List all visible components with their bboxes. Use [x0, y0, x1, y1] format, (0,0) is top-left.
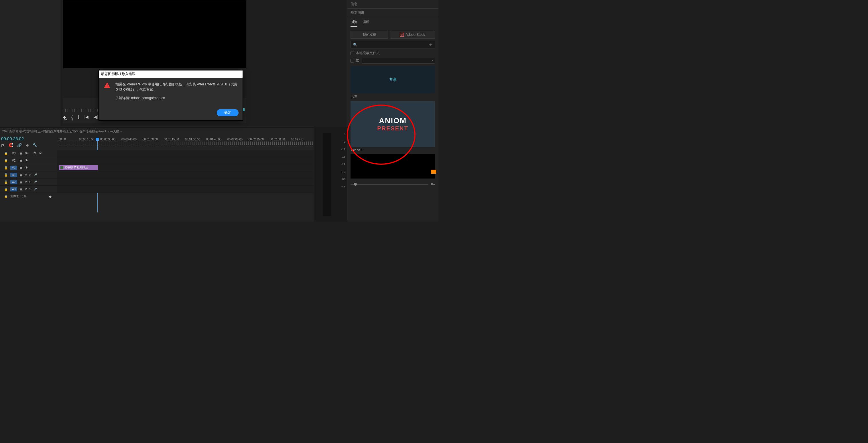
svg-rect-1 — [107, 87, 107, 87]
dialog-title: 动态图形模板导入错误 — [99, 70, 243, 78]
my-templates-button[interactable]: 我的模板 — [350, 31, 388, 39]
voice-record-icon[interactable]: 🎤 — [33, 188, 37, 191]
audio-meters[interactable]: 0 -6 -12 -18 -24 -30 -36 -42 — [314, 127, 347, 222]
skip-icon[interactable]: ⏭ — [49, 194, 53, 199]
meter-scale: 0 -6 -12 -18 -24 -30 -36 -42 — [341, 133, 345, 193]
track-a2[interactable]: 🔒A2▣MS🎤 — [0, 179, 314, 186]
meter-bars — [323, 133, 331, 216]
template-thumb-empty[interactable] — [350, 154, 435, 179]
solo-icon[interactable]: S — [30, 173, 31, 177]
local-folder-checkbox[interactable] — [350, 52, 354, 55]
solo-icon[interactable]: S — [30, 188, 31, 191]
fx-badge-icon — [60, 166, 63, 169]
lock-icon[interactable]: 🔒 — [4, 195, 7, 198]
eye-icon[interactable]: 👁 — [25, 166, 28, 170]
video-clip[interactable]: 2020新茶西湖牌龙 — [59, 165, 98, 170]
snap-icon[interactable]: 🧲 — [8, 143, 13, 147]
svg-rect-0 — [107, 84, 107, 86]
scene1-label: Scene 1 — [351, 148, 435, 152]
library-label: 库 — [356, 58, 359, 63]
error-dialog: 动态图形模板导入错误 如需在 Premiere Pro 中使用此动态图形模板，请… — [98, 70, 243, 121]
settings-icon[interactable]: 🔧 — [33, 143, 37, 147]
mute-icon[interactable]: M — [25, 173, 27, 177]
track-a3[interactable]: 🔒A3▣MS🎤 — [0, 186, 314, 193]
aniom-title-text: ANIOM — [379, 116, 407, 125]
voice-record-icon[interactable]: 🎤 — [33, 173, 37, 177]
search-input[interactable]: 🔍 ★ — [350, 41, 435, 49]
library-checkbox[interactable] — [350, 59, 354, 62]
track-output-icon[interactable]: ▣ — [20, 180, 22, 184]
template-thumb-share[interactable]: 共享 — [350, 66, 435, 93]
mark-out-icon[interactable]: } — [78, 115, 79, 119]
track-output-icon[interactable]: ▣ — [20, 152, 22, 155]
track-output-icon[interactable]: ▣ — [20, 173, 22, 177]
sequence-title[interactable]: 2020新茶西湖牌龙井茶叶正宗雨前西湖龙井茶工艺250g春茶绿茶散装-tmall… — [0, 127, 314, 135]
go-to-in-icon[interactable]: |◀ — [84, 115, 89, 119]
nest-icon[interactable]: ⬔ — [1, 143, 5, 147]
overwrite-icon[interactable]: ⬇ — [70, 117, 74, 121]
lock-icon[interactable]: 🔒 — [4, 180, 8, 184]
master-track[interactable]: 🔒 主声道 0.0 ⏭ — [0, 193, 314, 200]
dialog-message: 如需在 Premiere Pro 中使用此动态图形模板，请安装 After Ef… — [116, 82, 238, 104]
track-output-icon[interactable]: ▣ — [20, 187, 22, 191]
step-back-icon[interactable]: ◀| — [94, 115, 98, 119]
tab-browse[interactable]: 浏览 — [350, 20, 358, 27]
right-panel: 信息 基本图形 浏览 编辑 我的模板 St Adobe Stock 🔍 ★ 本地… — [347, 0, 438, 222]
stock-icon: St — [400, 33, 404, 37]
track-v2[interactable]: 🔒V2▣👁 — [0, 157, 314, 164]
lock-icon[interactable]: 🔒 — [4, 166, 8, 170]
ok-button[interactable]: 确定 — [217, 109, 239, 116]
track-v1[interactable]: 🔒V1▣👁 2020新茶西湖牌龙 — [0, 164, 314, 171]
timeline-timecode[interactable]: 00:00:26:02 — [1, 136, 24, 141]
track-a1[interactable]: 🔒A1▣MS🎤 — [0, 171, 314, 179]
mute-icon[interactable]: M — [25, 180, 27, 184]
voice-record-icon[interactable]: 🎤 — [33, 180, 37, 184]
effects-panel-collapsed — [0, 0, 60, 126]
lock-icon[interactable]: 🔒 — [4, 187, 8, 191]
aniom-subtitle-text: PRESENT — [377, 125, 408, 132]
solo-icon[interactable]: S — [30, 180, 31, 184]
program-monitor[interactable] — [63, 0, 246, 69]
lock-icon[interactable]: 🔒 — [4, 173, 8, 177]
warning-icon — [103, 82, 111, 89]
local-folder-label: 本地模板文件夹 — [356, 51, 380, 56]
info-panel-tab[interactable]: 信息 — [347, 0, 438, 8]
lock-icon[interactable]: 🔒 — [4, 152, 8, 155]
marker-tool-icon[interactable]: ◆ — [26, 143, 29, 147]
linked-selection-icon[interactable]: 🔗 — [17, 143, 22, 147]
adobe-stock-button[interactable]: St Adobe Stock — [390, 31, 435, 39]
essential-graphics-panel-tab[interactable]: 基本图形 — [347, 8, 438, 17]
track-output-icon[interactable]: ▣ — [20, 159, 22, 163]
tab-edit[interactable]: 编辑 — [363, 20, 369, 27]
mogrt-badge-icon — [431, 170, 436, 174]
thumbnail-size-slider[interactable] — [350, 184, 428, 184]
sort-menu-icon[interactable]: ≡▾ — [431, 182, 435, 186]
lock-icon[interactable]: 🔒 — [4, 159, 8, 163]
share-group-label: 共享 — [351, 94, 435, 99]
eye-icon[interactable]: 👁 — [25, 151, 28, 155]
favorite-icon[interactable]: ★ — [429, 42, 432, 47]
mute-icon[interactable]: M — [25, 188, 27, 191]
insert-icon[interactable]: ⇥ — [64, 117, 68, 121]
template-thumb-scene1[interactable]: ANIOM PRESENT — [350, 101, 435, 147]
timeline-panel: 2020新茶西湖牌龙井茶叶正宗雨前西湖龙井茶工艺250g春茶绿茶散装-tmall… — [0, 127, 314, 222]
search-icon: 🔍 — [353, 43, 358, 47]
eye-icon[interactable]: 👁 — [25, 158, 28, 163]
track-output-icon[interactable]: ▣ — [20, 166, 22, 170]
track-v3[interactable]: 🔒V3▣👁 — [0, 150, 314, 157]
library-dropdown[interactable] — [362, 58, 435, 64]
